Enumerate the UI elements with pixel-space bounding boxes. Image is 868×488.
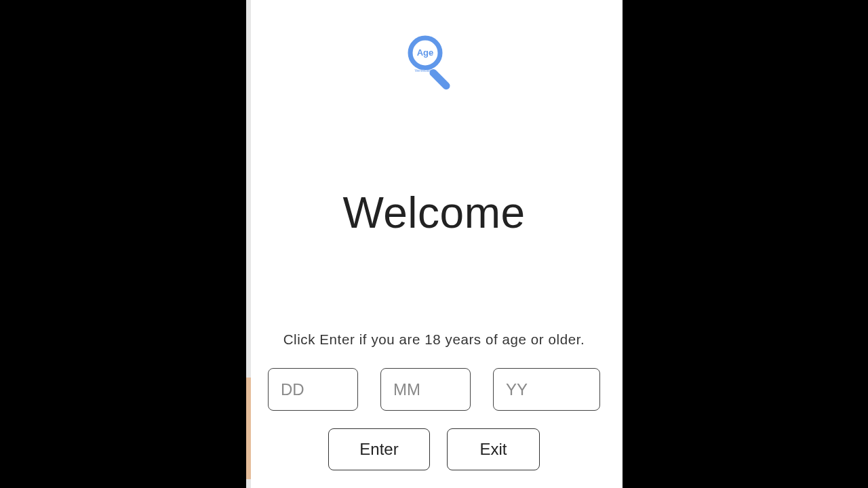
age-verification-icon: Age Verification xyxy=(407,35,461,89)
svg-rect-1 xyxy=(428,68,452,89)
action-buttons: Enter Exit xyxy=(328,428,540,470)
date-of-birth-row xyxy=(246,368,623,411)
month-input[interactable] xyxy=(380,368,471,411)
age-verification-modal: Age Verification Welcome Click Enter if … xyxy=(246,0,623,488)
logo-top-text: Age xyxy=(417,47,434,58)
left-edge-decoration xyxy=(246,0,251,488)
enter-button[interactable]: Enter xyxy=(328,428,430,470)
year-input[interactable] xyxy=(493,368,600,411)
exit-button[interactable]: Exit xyxy=(447,428,540,470)
instruction-text: Click Enter if you are 18 years of age o… xyxy=(283,331,585,348)
logo: Age Verification xyxy=(407,35,461,89)
day-input[interactable] xyxy=(268,368,358,411)
welcome-heading: Welcome xyxy=(342,188,525,238)
